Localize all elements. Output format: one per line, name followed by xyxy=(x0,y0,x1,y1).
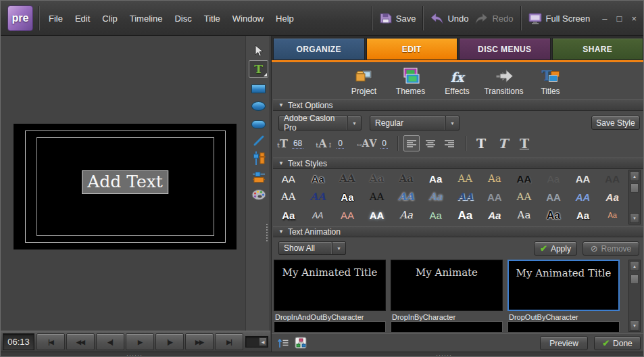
tab-disc-menus[interactable]: DISC MENUS xyxy=(459,38,551,60)
text-style-swatch[interactable]: AA xyxy=(370,210,385,220)
text-style-swatch[interactable]: Aa xyxy=(606,192,619,202)
undo-button[interactable]: Undo xyxy=(430,14,468,24)
step-back-button[interactable]: ◀| xyxy=(96,333,124,350)
text-style-swatch[interactable]: Aa xyxy=(488,174,501,184)
sort-order-button[interactable] xyxy=(277,337,289,349)
menu-item[interactable]: Edit xyxy=(69,11,96,26)
done-button[interactable]: ✔ Done xyxy=(594,336,641,350)
text-style-swatch[interactable]: Aa xyxy=(457,210,472,221)
animation-thumbnail[interactable]: My Animate xyxy=(391,260,503,311)
text-style-swatch[interactable]: AA xyxy=(339,174,355,184)
animation-thumbnail[interactable] xyxy=(274,321,386,332)
rectangle-tool-button[interactable] xyxy=(249,80,268,97)
text-style-swatch[interactable]: Aa xyxy=(341,192,353,202)
splitter-grip-icon[interactable]: ······ xyxy=(436,354,452,356)
save-style-button[interactable]: Save Style xyxy=(591,116,640,130)
text-style-swatch[interactable]: Aa xyxy=(429,192,443,202)
text-style-swatch[interactable]: Aa xyxy=(399,174,413,184)
animation-thumbnail[interactable]: My Animated Title xyxy=(507,260,620,311)
scroll-up-icon[interactable]: ▲ xyxy=(630,171,639,181)
menu-item[interactable]: Help xyxy=(270,11,300,26)
animation-preset[interactable]: My Animate DropInByCharacter xyxy=(391,260,503,321)
timecode-display[interactable]: 06:13 xyxy=(3,333,34,350)
mode-project-button[interactable]: Project xyxy=(341,66,387,96)
color-properties-button[interactable] xyxy=(249,169,268,185)
maximize-button[interactable]: □ xyxy=(617,14,622,23)
menu-item[interactable]: Clip xyxy=(96,11,123,26)
text-style-swatch[interactable]: Aa xyxy=(488,210,501,220)
menu-item[interactable]: Timeline xyxy=(124,11,169,26)
close-button[interactable]: × xyxy=(631,14,637,23)
animation-thumbnail[interactable] xyxy=(391,321,503,332)
text-style-swatch[interactable]: AA xyxy=(487,192,502,202)
text-style-swatch[interactable]: AA xyxy=(517,174,532,184)
text-style-swatch[interactable]: AA xyxy=(370,192,385,202)
animation-thumbnail[interactable]: My Animated Title xyxy=(274,260,386,311)
text-style-swatch[interactable]: AA xyxy=(398,192,414,202)
text-styles-header[interactable]: ▼ Text Styles xyxy=(273,158,643,169)
text-style-swatch[interactable]: AA xyxy=(310,192,326,202)
go-to-start-button[interactable]: |◀ xyxy=(36,333,65,350)
menu-item[interactable]: Window xyxy=(226,11,270,26)
panel-splitter-handle[interactable] xyxy=(266,224,268,241)
scroll-up-icon[interactable]: ▲ xyxy=(630,261,639,271)
leading-value[interactable]: 0 xyxy=(337,139,344,149)
ellipse-tool-button[interactable] xyxy=(249,98,268,114)
mode-titles-button[interactable]: T Titles xyxy=(527,66,574,96)
remove-animation-button[interactable]: ⊘ Remove xyxy=(583,241,639,256)
rounded-rectangle-tool-button[interactable] xyxy=(249,116,268,133)
text-style-swatch[interactable]: Aa xyxy=(429,174,442,184)
text-style-swatch[interactable]: Aa xyxy=(282,210,295,220)
text-style-swatch[interactable]: AA xyxy=(457,192,473,202)
text-style-swatch[interactable]: Aa xyxy=(312,174,324,184)
line-tool-button[interactable] xyxy=(249,133,268,149)
preview-scrollbar[interactable]: ◀ xyxy=(245,336,268,348)
template-properties-button[interactable] xyxy=(295,337,307,349)
splitter-grip-icon[interactable]: ······ xyxy=(126,354,143,356)
faux-bold-button[interactable]: T xyxy=(472,135,491,152)
minimize-button[interactable]: – xyxy=(602,14,607,23)
title-text-object[interactable]: Add Text xyxy=(82,170,168,194)
text-style-swatch[interactable]: AA xyxy=(576,174,591,184)
text-style-swatch[interactable]: Aa xyxy=(370,174,384,184)
tab-edit[interactable]: EDIT xyxy=(366,38,458,60)
animation-thumbnail[interactable] xyxy=(507,321,620,332)
play-button[interactable]: ▶ xyxy=(126,333,154,350)
text-animation-header[interactable]: ▼ Text Animation xyxy=(273,226,643,237)
text-style-swatch[interactable]: AA xyxy=(517,192,532,202)
tab-share[interactable]: SHARE xyxy=(552,38,644,60)
menu-item[interactable]: File xyxy=(43,11,69,26)
faux-italic-button[interactable]: T xyxy=(493,135,512,152)
text-options-header[interactable]: ▼ Text Options xyxy=(273,99,643,111)
scroll-down-icon[interactable]: ▼ xyxy=(630,213,639,223)
text-style-swatch[interactable]: AA xyxy=(576,192,591,202)
text-style-swatch[interactable]: Aa xyxy=(430,210,442,220)
text-style-swatch[interactable]: AA xyxy=(605,174,620,184)
selection-tool-button[interactable] xyxy=(249,43,268,59)
text-style-swatch[interactable]: Aa xyxy=(547,210,560,221)
text-style-swatch[interactable]: AA xyxy=(282,174,295,184)
text-style-swatch[interactable]: AA xyxy=(341,210,354,220)
text-style-swatch[interactable]: Aa xyxy=(518,210,531,220)
align-right-button[interactable] xyxy=(441,135,457,151)
text-styles-scrollbar[interactable]: ▲ ▼ xyxy=(628,170,641,224)
fast-forward-button[interactable]: ▶▶ xyxy=(185,333,214,350)
scroll-left-icon[interactable]: ◀ xyxy=(259,337,267,346)
align-left-button[interactable] xyxy=(403,135,420,151)
apply-animation-button[interactable]: ✔ Apply xyxy=(534,241,577,256)
menu-item[interactable]: Disc xyxy=(168,11,197,26)
scrollbar-thumb[interactable] xyxy=(630,275,639,284)
animation-preset[interactable]: My Animated Title DropOutByCharacter xyxy=(507,260,620,321)
mode-effects-button[interactable]: fx Effects xyxy=(434,66,480,96)
animation-filter-dropdown[interactable]: Show All ▼ xyxy=(278,241,346,255)
save-button[interactable]: Save xyxy=(380,12,416,24)
preview-button[interactable]: Preview xyxy=(540,336,588,350)
color-picker-button[interactable] xyxy=(249,187,268,203)
text-style-swatch[interactable]: Aa xyxy=(399,210,413,220)
redo-button[interactable]: Redo xyxy=(475,14,513,24)
tab-organize[interactable]: ORGANIZE xyxy=(273,38,365,60)
mode-transitions-button[interactable]: Transitions xyxy=(480,66,527,96)
rewind-button[interactable]: ◀◀ xyxy=(66,333,95,350)
scroll-down-icon[interactable]: ▼ xyxy=(630,320,639,331)
fullscreen-button[interactable]: Full Screen xyxy=(528,13,591,24)
